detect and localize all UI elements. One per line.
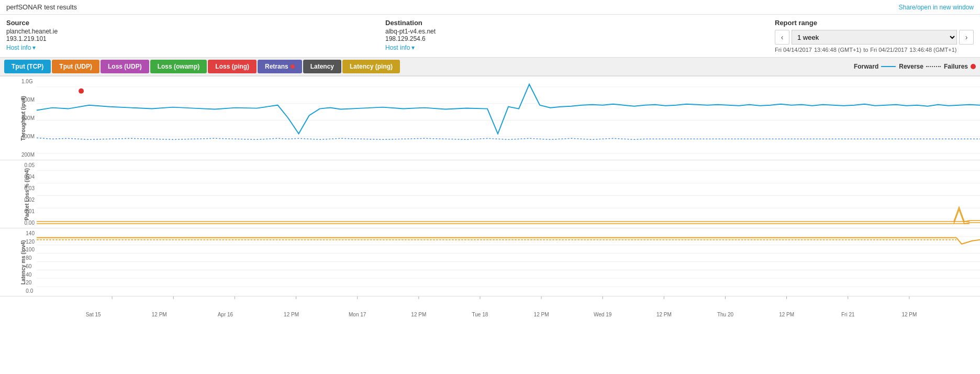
- latency-yaxis-label: Latency ms (ipv4): [20, 240, 26, 284]
- y-val-200m: 200M: [21, 152, 35, 158]
- xaxis-12pm-1: 12 PM: [152, 312, 167, 317]
- lat-y-80: 80: [26, 255, 35, 261]
- latency-chart-canvas: [37, 228, 980, 296]
- header: perfSONAR test results Share/open in new…: [0, 0, 980, 15]
- source-hostname: planchet.heanet.ie: [6, 28, 375, 35]
- forward-legend: Forward: [854, 63, 896, 70]
- xaxis-12pm-3: 12 PM: [411, 312, 426, 317]
- report-range: Report range ‹ 1 week 1 day 1 month 1 ye…: [775, 19, 974, 53]
- xaxis-12pm-5: 12 PM: [656, 312, 672, 317]
- tab-latency[interactable]: Latency: [303, 60, 341, 73]
- source-host-info-link[interactable]: Host info ▾: [6, 44, 375, 51]
- throughput-yaxis-values: 1.0G 800M 600M 400M 200M: [21, 76, 35, 160]
- xaxis-text-labels: Sat 15 12 PM Apr 16 12 PM Mon 17 12 PM T…: [37, 312, 980, 322]
- xaxis-12pm-4: 12 PM: [534, 312, 549, 317]
- tab-udp-tput[interactable]: Tput (UDP): [52, 60, 99, 73]
- dest-host-info-link[interactable]: Host info ▾: [385, 44, 754, 51]
- from-time: 13:46:48 (GMT+1): [814, 47, 861, 53]
- tabs-bar: Tput (TCP) Tput (UDP) Loss (UDP) Loss (o…: [0, 58, 980, 76]
- xaxis-thu20: Thu 20: [717, 312, 733, 317]
- reverse-line-icon: [926, 66, 941, 67]
- failures-label: Failures: [944, 63, 968, 70]
- tab-latency-ping[interactable]: Latency (ping): [342, 60, 400, 73]
- range-select[interactable]: 1 week 1 day 1 month 1 year: [792, 30, 957, 45]
- lat-y-120: 120: [26, 239, 35, 245]
- from-date: Fri 04/14/2017: [775, 47, 812, 53]
- report-range-label: Report range: [775, 19, 974, 27]
- throughput-svg: [37, 76, 980, 160]
- y-val-400m: 400M: [21, 134, 35, 139]
- to-label: to: [863, 47, 868, 53]
- info-bar: Source planchet.heanet.ie 193.1.219.101 …: [0, 15, 980, 58]
- to-date: Fri 04/21/2017: [870, 47, 907, 53]
- loss-yaxis-values: 0.05 0.04 0.03 0.02 0.01 0.00: [25, 160, 35, 228]
- retrans-label: Retrans: [265, 63, 288, 70]
- chevron-down-icon: ▾: [32, 44, 36, 51]
- share-link[interactable]: Share/open in new window: [899, 4, 974, 11]
- latency-yaxis-container: Latency ms (ipv4) 140 120 100 80 60 40 2…: [0, 228, 37, 296]
- tab-ping-loss[interactable]: Loss (ping): [208, 60, 257, 73]
- latency-svg: [37, 228, 980, 296]
- loss-y-000: 0.00: [25, 220, 35, 226]
- xaxis-tue18: Tue 18: [472, 312, 488, 317]
- lat-y-140: 140: [26, 230, 35, 236]
- throughput-yaxis-container: Throughput (ipv4) 1.0G 800M 600M 400M 20…: [0, 76, 37, 160]
- source-label: Source: [6, 19, 375, 27]
- retrans-dot: [291, 64, 295, 69]
- to-time: 13:46:48 (GMT+1): [909, 47, 956, 53]
- xaxis-labels: Sat 15 12 PM Apr 16 12 PM Mon 17 12 PM T…: [37, 296, 980, 310]
- loss-y-004: 0.04: [25, 174, 35, 180]
- loss-y-003: 0.03: [25, 185, 35, 191]
- y-val-800m: 800M: [21, 97, 35, 103]
- y-val-600m: 600M: [21, 115, 35, 121]
- loss-y-002: 0.02: [25, 197, 35, 203]
- failures-dot-icon: [971, 64, 976, 69]
- xaxis-apr16: Apr 16: [218, 312, 233, 317]
- dest-label: Destination: [385, 19, 754, 27]
- lat-y-0: 0.0: [26, 288, 35, 294]
- prev-range-button[interactable]: ‹: [775, 30, 789, 45]
- xaxis-12pm-6: 12 PM: [779, 312, 794, 317]
- tab-udp-loss[interactable]: Loss (UDP): [101, 60, 149, 73]
- dest-host-info-label: Host info: [385, 44, 410, 51]
- dest-hostname: albq-pt1-v4.es.net: [385, 28, 754, 35]
- failure-dot-throughput: [79, 89, 84, 94]
- app-title: perfSONAR test results: [6, 3, 77, 11]
- source-info: Source planchet.heanet.ie 193.1.219.101 …: [6, 19, 385, 51]
- xaxis-12pm-7: 12 PM: [901, 312, 917, 317]
- chevron-down-icon-dest: ▾: [411, 44, 415, 51]
- loss-y-005: 0.05: [25, 162, 35, 168]
- throughput-chart-canvas: [37, 76, 980, 160]
- lat-y-40: 40: [26, 272, 35, 278]
- xaxis-svg: [37, 296, 980, 310]
- tab-owamp[interactable]: Loss (owamp): [150, 60, 207, 73]
- next-range-button[interactable]: ›: [959, 30, 974, 45]
- lat-y-60: 60: [26, 263, 35, 269]
- xaxis-wed19: Wed 19: [594, 312, 611, 317]
- tab-tcp[interactable]: Tput (TCP): [4, 60, 51, 73]
- source-host-info-label: Host info: [6, 44, 31, 51]
- xaxis-fri21: Fri 21: [841, 312, 855, 317]
- lat-y-20: 20: [26, 280, 35, 285]
- lat-y-100: 100: [26, 247, 35, 252]
- charts-area: Throughput (ipv4) 1.0G 800M 600M 400M 20…: [0, 76, 980, 310]
- xaxis-row: Sat 15 12 PM Apr 16 12 PM Mon 17 12 PM T…: [0, 296, 980, 310]
- reverse-legend: Reverse: [899, 63, 941, 70]
- xaxis-12pm-2: 12 PM: [284, 312, 299, 317]
- forward-label: Forward: [854, 63, 878, 70]
- dest-info: Destination albq-pt1-v4.es.net 198.129.2…: [385, 19, 775, 51]
- xaxis-mon17: Mon 17: [349, 312, 366, 317]
- loss-section: Packet Loss % (ipv4) 0.05 0.04 0.03 0.02…: [0, 160, 980, 228]
- source-ip: 193.1.219.101: [6, 35, 375, 42]
- latency-section: Latency ms (ipv4) 140 120 100 80 60 40 2…: [0, 228, 980, 296]
- throughput-section: Throughput (ipv4) 1.0G 800M 600M 400M 20…: [0, 76, 980, 160]
- tab-retrans[interactable]: Retrans: [258, 60, 302, 73]
- loss-chart-canvas: [37, 160, 980, 228]
- failures-legend: Failures: [944, 63, 976, 70]
- y-val-1g: 1.0G: [21, 79, 35, 84]
- loss-y-001: 0.01: [25, 208, 35, 214]
- xaxis-spacer: [0, 296, 37, 310]
- loss-yaxis-container: Packet Loss % (ipv4) 0.05 0.04 0.03 0.02…: [0, 160, 37, 228]
- date-range: Fri 04/14/2017 13:46:48 (GMT+1) to Fri 0…: [775, 47, 974, 53]
- forward-line-icon: [881, 66, 896, 67]
